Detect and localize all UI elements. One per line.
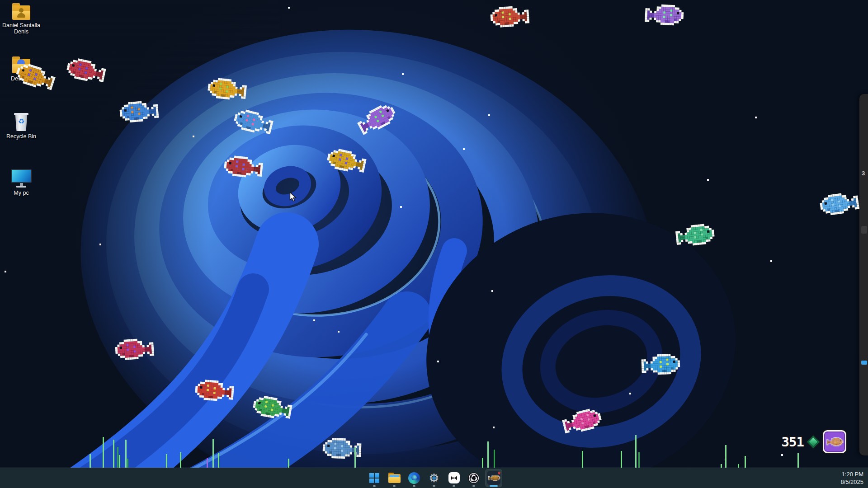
settings-button[interactable]: ⚙ (425, 469, 443, 487)
fish[interactable] (639, 355, 641, 357)
capcut-button[interactable] (445, 469, 462, 487)
bubble (338, 331, 340, 333)
fish[interactable] (490, 8, 492, 10)
seaweed (113, 440, 114, 468)
running-indicator (393, 485, 396, 487)
fish[interactable] (196, 379, 198, 381)
taskbar-clock[interactable]: 1:20 PM 8/5/2025 (840, 470, 863, 486)
seaweed (621, 451, 622, 468)
aquarium-hud: 351 (782, 430, 846, 453)
fish[interactable] (330, 147, 332, 150)
file-explorer-button[interactable] (386, 469, 403, 487)
file-explorer-icon (388, 473, 401, 483)
seaweed (638, 452, 640, 468)
fish[interactable] (225, 155, 227, 157)
fish[interactable] (119, 103, 121, 105)
fish[interactable] (353, 119, 356, 122)
bubble (463, 148, 465, 150)
bubble (288, 7, 290, 9)
seaweed (90, 454, 91, 468)
seaweed (212, 439, 214, 468)
pixel-fish-icon (487, 475, 488, 476)
aquarium-app-button[interactable]: ♥ (485, 469, 502, 487)
clock-time: 1:20 PM (840, 470, 863, 478)
capcut-icon (448, 472, 460, 483)
obs-button[interactable] (465, 469, 482, 487)
seaweed (117, 447, 118, 468)
bubble (402, 73, 404, 75)
aquarium-overlay (0, 0, 868, 488)
fish[interactable] (673, 227, 675, 229)
bubble (437, 361, 439, 362)
fish[interactable] (255, 394, 258, 397)
bubble (781, 454, 783, 456)
edge-button[interactable] (406, 469, 423, 487)
active-indicator (490, 485, 498, 487)
bubble (770, 260, 772, 262)
bubble (629, 393, 631, 394)
seaweed (288, 459, 289, 468)
score-value: 351 (782, 434, 804, 450)
fish[interactable] (115, 340, 117, 343)
fish[interactable] (209, 77, 211, 79)
bubble (193, 136, 194, 137)
gear-icon: ⚙ (428, 472, 440, 484)
obs-icon (468, 472, 480, 484)
bubble (493, 427, 495, 428)
bubble (755, 117, 757, 118)
seaweed (119, 455, 120, 468)
taskbar-center: ⚙ (366, 468, 502, 488)
seaweed (725, 445, 726, 468)
edge-icon (408, 472, 420, 484)
windows-logo-icon (369, 473, 379, 483)
fish[interactable] (69, 56, 72, 59)
bubble (99, 244, 101, 245)
fish[interactable] (323, 437, 326, 440)
running-indicator (433, 485, 435, 487)
fish-shop-button[interactable] (823, 430, 846, 453)
seaweed (494, 450, 495, 468)
fish[interactable] (643, 4, 646, 6)
seaweed (738, 464, 739, 468)
start-button[interactable] (366, 469, 383, 487)
bubble (5, 271, 6, 272)
gem-icon (807, 435, 820, 448)
bubble (313, 319, 315, 321)
seaweed (582, 451, 583, 468)
fish[interactable] (19, 61, 22, 64)
seaweed (721, 464, 722, 468)
seaweed (103, 437, 104, 468)
fish[interactable] (559, 416, 561, 418)
running-indicator (373, 485, 376, 487)
seaweed (180, 452, 181, 468)
running-indicator (472, 485, 475, 487)
seaweed (166, 454, 167, 468)
heart-icon: ♥ (497, 470, 500, 476)
seaweed (354, 447, 356, 468)
clock-date: 8/5/2025 (840, 478, 863, 486)
running-indicator (453, 485, 455, 487)
pixel-fish-icon (826, 437, 826, 438)
seaweed (125, 440, 127, 468)
aquarium-app-icon: ♥ (487, 471, 500, 485)
bubble (400, 206, 402, 208)
bubble (707, 179, 709, 181)
bubble (488, 114, 490, 116)
seaweed (487, 441, 489, 468)
seaweed (207, 458, 208, 468)
desktop: Daniel Santalla Denis Desktop ♻ Recycle … (0, 0, 868, 488)
seaweed (127, 459, 128, 468)
seaweed (482, 458, 483, 468)
bubble (491, 290, 493, 292)
seaweed (745, 456, 746, 468)
seaweed (797, 453, 799, 468)
fish[interactable] (236, 108, 239, 110)
seaweed (635, 435, 637, 468)
running-indicator (413, 485, 415, 487)
fish[interactable] (819, 196, 821, 199)
taskbar: ⚙ (0, 468, 868, 488)
fish-icon (826, 437, 844, 446)
mouse-cursor (289, 192, 297, 204)
seaweed (218, 453, 219, 468)
